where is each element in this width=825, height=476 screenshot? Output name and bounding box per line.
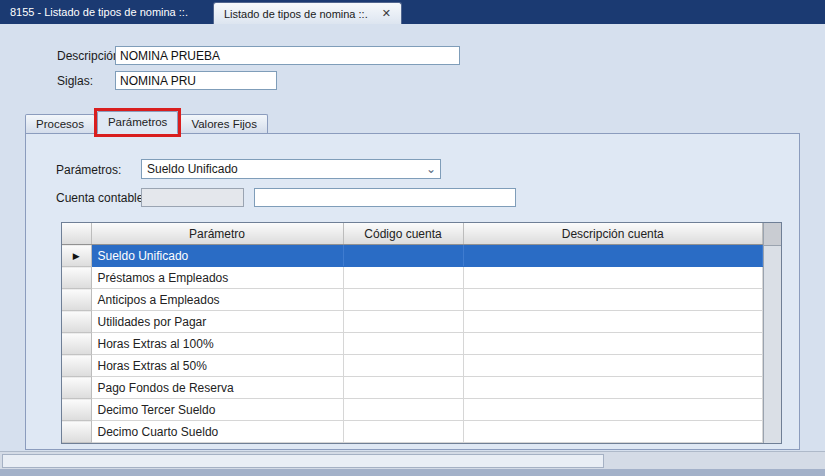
- parametros-grid-table: Parámetro Código cuenta Descripción cuen…: [62, 223, 763, 443]
- cell-parametro[interactable]: Pago Fondos de Reserva: [91, 377, 343, 399]
- row-selector-cell[interactable]: [62, 421, 91, 443]
- cell-parametro[interactable]: Horas Extras al 100%: [91, 333, 343, 355]
- row-selector-cell[interactable]: [62, 377, 91, 399]
- window-bottom-edge: [0, 469, 825, 476]
- app-window: 8155 - Listado de tipos de nomina ::. Li…: [0, 0, 825, 476]
- row-selector-cell[interactable]: [62, 267, 91, 289]
- tab-valores-fijos[interactable]: Valores Fijos: [180, 114, 268, 133]
- tab-strip: Procesos Parámetros Valores Fijos: [25, 111, 270, 133]
- cell-codigo[interactable]: [343, 421, 463, 443]
- active-tab-label: Listado de tipos de nomina ::.: [224, 8, 368, 20]
- chevron-down-icon[interactable]: ⌄: [422, 163, 440, 175]
- cell-parametro[interactable]: Horas Extras al 50%: [91, 355, 343, 377]
- col-header-codigo-cuenta[interactable]: Código cuenta: [343, 223, 463, 245]
- horizontal-scrollbar-thumb[interactable]: [2, 454, 604, 468]
- cell-descripcion[interactable]: [463, 399, 763, 421]
- cell-codigo[interactable]: [343, 311, 463, 333]
- cuenta-contable-label: Cuenta contable:: [56, 191, 147, 205]
- cell-parametro[interactable]: Utilidades por Pagar: [91, 311, 343, 333]
- cell-codigo[interactable]: [343, 245, 463, 267]
- cell-codigo[interactable]: [343, 267, 463, 289]
- col-header-descripcion-cuenta[interactable]: Descripción cuenta: [463, 223, 763, 245]
- grid-row[interactable]: Utilidades por Pagar: [62, 311, 763, 333]
- parametros-combobox-value: Sueldo Unificado: [142, 162, 422, 176]
- row-selector-cell[interactable]: [62, 399, 91, 421]
- grid-row[interactable]: Horas Extras al 50%: [62, 355, 763, 377]
- cell-parametro[interactable]: Decimo Cuarto Sueldo: [91, 421, 343, 443]
- grid-row[interactable]: Pago Fondos de Reserva: [62, 377, 763, 399]
- parametros-combo-label: Parámetros:: [56, 163, 121, 177]
- row-selector-cell[interactable]: [62, 289, 91, 311]
- cell-codigo[interactable]: [343, 355, 463, 377]
- parametros-tab-panel: Parámetros: Sueldo Unificado ⌄ Cuenta co…: [25, 133, 800, 450]
- close-tab-icon[interactable]: ✕: [382, 8, 391, 19]
- cell-descripcion[interactable]: [463, 421, 763, 443]
- cell-codigo[interactable]: [343, 289, 463, 311]
- cell-codigo[interactable]: [343, 377, 463, 399]
- grid-scrollbar-track[interactable]: [764, 246, 781, 443]
- descripcion-label: Descripción:: [57, 49, 123, 63]
- cell-descripcion[interactable]: [463, 289, 763, 311]
- siglas-input[interactable]: [115, 71, 277, 90]
- cell-descripcion[interactable]: [463, 245, 763, 267]
- document-tab-bar: 8155 - Listado de tipos de nomina ::. Li…: [0, 0, 825, 24]
- row-selector-header: [62, 223, 91, 245]
- tab-parametros-label: Parámetros: [108, 116, 167, 128]
- row-selector-cell[interactable]: [62, 333, 91, 355]
- row-selector-cell[interactable]: [62, 355, 91, 377]
- descripcion-input[interactable]: [115, 46, 460, 65]
- cell-descripcion[interactable]: [463, 355, 763, 377]
- grid-scrollbar-corner: [764, 223, 781, 246]
- tab-procesos[interactable]: Procesos: [25, 114, 95, 133]
- grid-row[interactable]: Horas Extras al 100%: [62, 333, 763, 355]
- grid-row[interactable]: ▶ Sueldo Unificado: [62, 245, 763, 267]
- col-header-parametro[interactable]: Parámetro: [91, 223, 343, 245]
- cell-parametro[interactable]: Préstamos a Empleados: [91, 267, 343, 289]
- cell-descripcion[interactable]: [463, 267, 763, 289]
- cuenta-codigo-input: [141, 188, 244, 207]
- background-document-tab[interactable]: 8155 - Listado de tipos de nomina ::.: [0, 0, 198, 24]
- cell-parametro[interactable]: Anticipos a Empleados: [91, 289, 343, 311]
- cell-descripcion[interactable]: [463, 377, 763, 399]
- active-document-tab[interactable]: Listado de tipos de nomina ::. ✕: [213, 2, 402, 24]
- parametros-grid: Parámetro Código cuenta Descripción cuen…: [61, 222, 782, 444]
- cell-codigo[interactable]: [343, 399, 463, 421]
- row-selector-cell[interactable]: [62, 311, 91, 333]
- grid-header-row: Parámetro Código cuenta Descripción cuen…: [62, 223, 763, 245]
- grid-row[interactable]: Decimo Cuarto Sueldo: [62, 421, 763, 443]
- cuenta-descripcion-input[interactable]: [254, 188, 516, 207]
- horizontal-scrollbar[interactable]: [0, 451, 825, 469]
- grid-row[interactable]: Anticipos a Empleados: [62, 289, 763, 311]
- cell-descripcion[interactable]: [463, 333, 763, 355]
- tab-parametros[interactable]: Parámetros: [97, 111, 178, 134]
- cell-parametro[interactable]: Sueldo Unificado: [91, 245, 343, 267]
- parametros-combobox[interactable]: Sueldo Unificado ⌄: [141, 159, 441, 179]
- cell-descripcion[interactable]: [463, 311, 763, 333]
- grid-row[interactable]: Préstamos a Empleados: [62, 267, 763, 289]
- background-tab-label: 8155 - Listado de tipos de nomina ::.: [10, 6, 188, 18]
- cell-parametro[interactable]: Decimo Tercer Sueldo: [91, 399, 343, 421]
- grid-row[interactable]: Decimo Tercer Sueldo: [62, 399, 763, 421]
- row-selector-cell[interactable]: ▶: [62, 245, 91, 267]
- grid-vertical-scrollbar[interactable]: [763, 223, 781, 443]
- siglas-label: Siglas:: [57, 74, 93, 88]
- grid-body: ▶ Sueldo Unificado Préstamos a Empleados…: [62, 245, 763, 443]
- cell-codigo[interactable]: [343, 333, 463, 355]
